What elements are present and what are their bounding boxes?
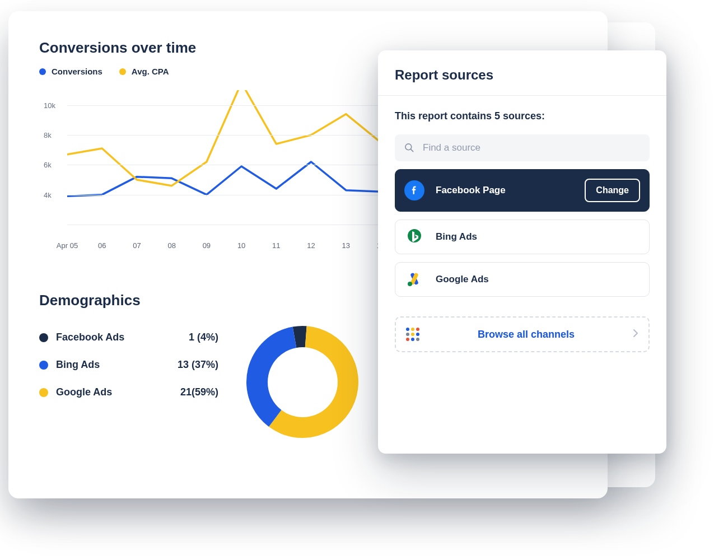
donut-hole bbox=[268, 347, 338, 417]
browse-label: Browse all channels bbox=[431, 329, 622, 340]
demographics-donut-chart bbox=[235, 315, 370, 449]
demographics-row-google: Google Ads 21(59%) bbox=[39, 386, 218, 398]
channels-grid-icon bbox=[406, 328, 419, 341]
panel-subtitle: This report contains 5 sources: bbox=[378, 96, 666, 134]
source-name: Facebook Page bbox=[436, 185, 573, 196]
demographics-label: Google Ads bbox=[56, 386, 172, 398]
source-item-bing-ads[interactable]: Bing Ads bbox=[395, 220, 650, 254]
legend-item-avg-cpa: Avg. CPA bbox=[119, 67, 169, 76]
legend-item-conversions: Conversions bbox=[39, 67, 102, 76]
source-item-google-ads[interactable]: Google Ads bbox=[395, 262, 650, 297]
line-chart-svg bbox=[67, 90, 381, 225]
change-button[interactable]: Change bbox=[585, 179, 640, 202]
conversions-line-chart: 4k6k8k10kApr 05060708091011121314 bbox=[39, 90, 381, 247]
google-ads-icon bbox=[404, 269, 424, 290]
source-name: Google Ads bbox=[436, 274, 640, 285]
source-name: Bing Ads bbox=[436, 231, 640, 242]
demographics-dot-icon bbox=[39, 333, 48, 342]
search-icon bbox=[404, 142, 415, 153]
source-item-facebook-page[interactable]: Facebook Page Change bbox=[395, 169, 650, 212]
demographics-dot-icon bbox=[39, 388, 48, 397]
chevron-right-icon bbox=[633, 329, 638, 340]
facebook-icon bbox=[404, 180, 424, 200]
legend-label: Avg. CPA bbox=[132, 67, 169, 76]
demographics-dot-icon bbox=[39, 361, 48, 370]
demographics-value: 21(59%) bbox=[180, 386, 218, 398]
legend-dot-icon bbox=[39, 68, 46, 75]
demographics-value: 1 (4%) bbox=[189, 332, 218, 343]
legend-dot-icon bbox=[119, 68, 126, 75]
demographics-row-bing: Bing Ads 13 (37%) bbox=[39, 359, 218, 371]
demographics-label: Bing Ads bbox=[56, 359, 170, 371]
demographics-value: 13 (37%) bbox=[178, 359, 218, 371]
svg-point-5 bbox=[408, 282, 412, 286]
source-search-box[interactable] bbox=[395, 134, 650, 161]
svg-line-1 bbox=[411, 150, 413, 152]
demographics-row-facebook: Facebook Ads 1 (4%) bbox=[39, 332, 218, 343]
legend-label: Conversions bbox=[52, 67, 102, 76]
demographics-label: Facebook Ads bbox=[56, 332, 181, 343]
source-search-input[interactable] bbox=[423, 142, 641, 153]
browse-all-channels-button[interactable]: Browse all channels bbox=[395, 316, 650, 352]
panel-title: Report sources bbox=[378, 67, 666, 95]
bing-icon bbox=[404, 227, 424, 247]
report-sources-panel: Report sources This report contains 5 so… bbox=[378, 50, 666, 454]
demographics-legend-list: Facebook Ads 1 (4%) Bing Ads 13 (37%) Go… bbox=[39, 332, 218, 398]
